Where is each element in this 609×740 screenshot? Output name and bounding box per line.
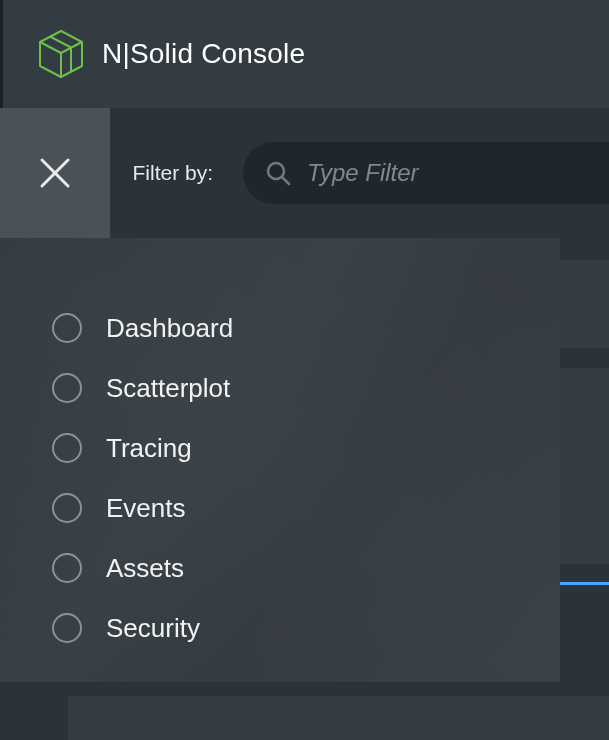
close-button[interactable] [0,108,110,238]
logo-cube-icon [38,29,84,79]
search-container [243,142,609,204]
radio-icon [52,613,82,643]
menu-item-scatterplot[interactable]: Scatterplot [52,358,560,418]
logo-wrap: N|Solid Console [38,29,305,79]
header-bar: N|Solid Console [0,0,609,108]
nav-dropdown-panel: Dashboard Scatterplot Tracing Events Ass… [0,238,560,682]
filter-input[interactable] [307,159,609,187]
menu-item-dashboard[interactable]: Dashboard [52,298,560,358]
radio-icon [52,553,82,583]
radio-icon [52,373,82,403]
menu-item-label: Assets [106,553,184,584]
menu-item-assets[interactable]: Assets [52,538,560,598]
menu-item-tracing[interactable]: Tracing [52,418,560,478]
menu-item-label: Scatterplot [106,373,230,404]
filter-label: Filter by: [132,161,213,185]
search-icon [265,160,291,186]
menu-item-label: Tracing [106,433,192,464]
menu-item-label: Events [106,493,186,524]
filter-row: Filter by: [0,108,609,238]
app-title: N|Solid Console [102,38,305,70]
background-bottom-strip [0,682,560,740]
close-icon [37,155,73,191]
svg-line-5 [282,177,289,184]
background-right-strip [560,238,609,740]
menu-item-security[interactable]: Security [52,598,560,658]
radio-icon [52,493,82,523]
radio-icon [52,313,82,343]
radio-icon [52,433,82,463]
menu-item-label: Dashboard [106,313,233,344]
menu-item-events[interactable]: Events [52,478,560,538]
menu-item-label: Security [106,613,200,644]
